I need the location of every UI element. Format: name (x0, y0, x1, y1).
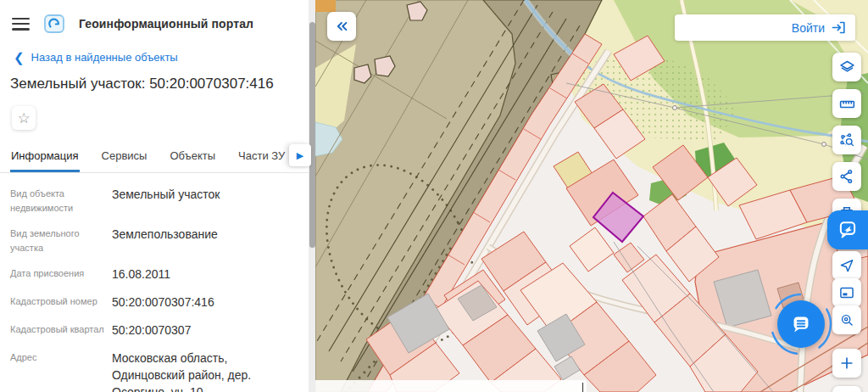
collapse-panel-icon (333, 18, 350, 35)
field-value: 50:20:0070307 (112, 322, 298, 339)
minimap-button[interactable] (832, 278, 861, 307)
back-link[interactable]: ❮ Назад в найденные объекты (0, 40, 315, 65)
ruler-icon (838, 95, 856, 113)
portal-logo-icon (43, 13, 65, 35)
zoom-to-feature-button[interactable] (832, 305, 861, 334)
area-search-button[interactable] (832, 126, 861, 154)
login-icon (831, 20, 847, 36)
tabs-scroll-right-icon[interactable]: ▶ (289, 144, 311, 166)
favorite-star-icon[interactable]: ☆ (12, 106, 36, 130)
field-value: 16.08.2011 (112, 266, 298, 283)
panel-header: Геоинформационный портал (0, 0, 315, 40)
ruler-button[interactable] (832, 89, 861, 118)
attributes-list: Вид объекта недвижимости Земельный участ… (0, 173, 315, 392)
object-panel: Геоинформационный портал ❮ Назад в найде… (0, 0, 315, 392)
report-object-button[interactable] (827, 210, 868, 249)
locate-icon (838, 257, 855, 274)
page-title: Земельный участок: 50:20:0070307:416 (0, 65, 315, 92)
scale-strip (315, 380, 587, 392)
field-label: Вид объекта недвижимости (10, 187, 105, 216)
login-label: Войти (792, 21, 825, 35)
field-label: Дата присвоения (10, 266, 105, 283)
field-value: Землепользование (112, 227, 298, 255)
chevron-left-icon: ❮ (14, 51, 25, 64)
field-label: Кадастровый номер (10, 294, 105, 311)
field-value: Земельный участок (112, 187, 298, 216)
tab-objects[interactable]: Объекты (169, 141, 216, 172)
layers-button[interactable] (832, 53, 861, 81)
zoom-out-button[interactable] (832, 386, 861, 392)
share-button[interactable] (832, 162, 861, 191)
chat-icon (788, 311, 814, 337)
collapse-panel-button[interactable] (327, 12, 356, 41)
field-value: Московская область, Одинцовский район, д… (112, 350, 298, 392)
login-button[interactable]: Войти (675, 14, 855, 41)
back-link-label: Назад в найденные объекты (31, 51, 178, 64)
zoom-in-button[interactable] (832, 349, 861, 378)
field-value: 50:20:0070307:416 (112, 294, 298, 311)
layers-icon (838, 59, 856, 76)
tab-services[interactable]: Сервисы (101, 141, 148, 172)
chat-button[interactable] (777, 300, 825, 348)
panel-scrollbar[interactable] (309, 0, 315, 392)
locate-button[interactable] (832, 251, 861, 280)
report-object-icon (837, 219, 859, 241)
area-search-icon (838, 132, 856, 149)
map-container: Войти (315, 0, 868, 392)
field-label: Вид земельного участка (10, 227, 105, 255)
menu-icon[interactable] (12, 18, 30, 31)
field-label: Кадастровый квартал (10, 322, 105, 339)
share-icon (838, 168, 855, 185)
geoportal-app: Геоинформационный портал ❮ Назад в найде… (0, 0, 868, 392)
zoom-to-feature-icon (838, 311, 855, 328)
field-label: Адрес (10, 350, 105, 392)
tab-bar: Информация Сервисы Объекты Части ЗУ Сост… (0, 141, 315, 173)
minimap-icon (838, 284, 855, 301)
tab-parcel-parts[interactable]: Части ЗУ (237, 141, 286, 172)
brand-title: Геоинформационный портал (79, 17, 253, 31)
tab-information[interactable]: Информация (10, 141, 80, 172)
zoom-in-icon (838, 355, 855, 372)
scrollbar-thumb[interactable] (309, 22, 315, 248)
